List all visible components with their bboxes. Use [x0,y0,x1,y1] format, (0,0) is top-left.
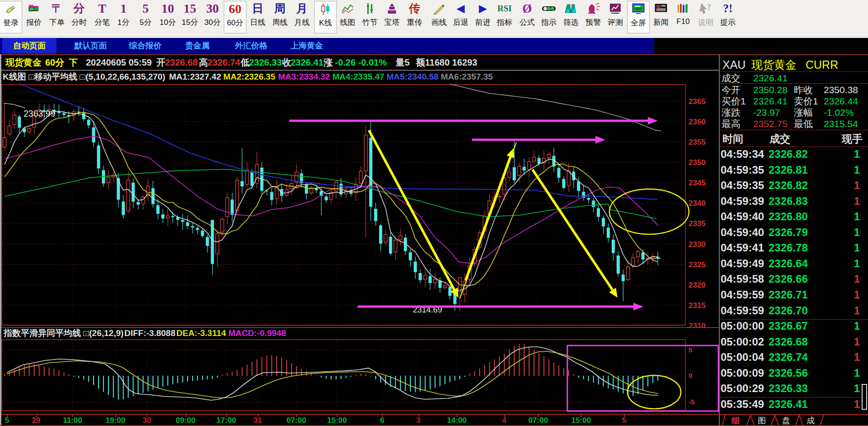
svg-text:2365: 2365 [689,97,706,106]
svg-text:-5: -5 [689,398,694,406]
svg-text:2363.99: 2363.99 [24,109,56,118]
svg-text:5: 5 [689,346,692,354]
svg-text:2355: 2355 [689,138,706,147]
svg-text:2340: 2340 [689,199,706,208]
svg-text:成: 成 [807,416,815,425]
svg-text:2320: 2320 [689,281,706,289]
svg-text:2315: 2315 [689,301,706,310]
svg-text:2325: 2325 [689,260,706,269]
svg-text:2335: 2335 [689,219,706,228]
svg-text:2310: 2310 [689,322,706,327]
svg-text:2350: 2350 [689,158,706,167]
svg-text:细: 细 [731,416,740,425]
svg-text:2360: 2360 [689,118,706,126]
svg-text:图: 图 [758,416,766,425]
svg-text:0: 0 [689,372,692,379]
svg-text:?: ? [707,3,711,12]
svg-text:盘: 盘 [782,416,790,425]
svg-text:2330: 2330 [689,240,706,249]
svg-text:2345: 2345 [689,179,706,187]
